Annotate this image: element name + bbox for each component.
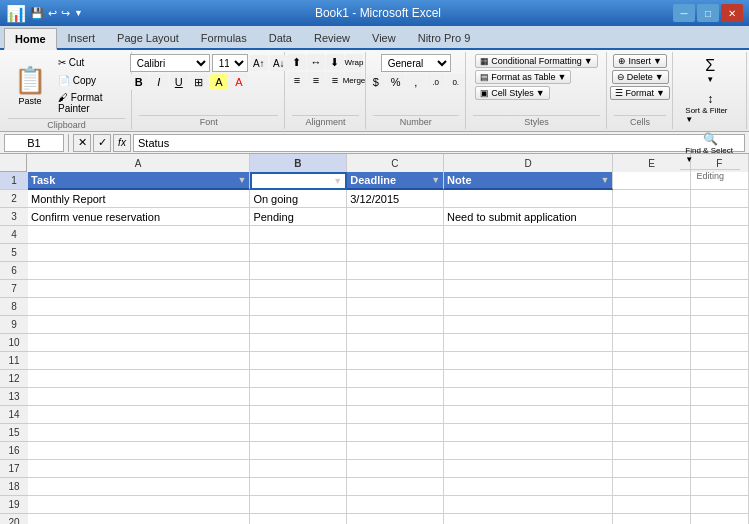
list-item[interactable]: [691, 352, 749, 370]
decrease-decimal-button[interactable]: 0.: [447, 74, 465, 90]
list-item[interactable]: [347, 460, 444, 478]
list-item[interactable]: [444, 262, 613, 280]
list-item[interactable]: [250, 316, 347, 334]
align-center-button[interactable]: ≡: [307, 72, 325, 88]
delete-cells-button[interactable]: ⊖ Delete ▼: [612, 70, 669, 84]
align-bottom-button[interactable]: ⬇: [326, 54, 344, 70]
list-item[interactable]: [28, 460, 250, 478]
list-item[interactable]: 3/12/2015: [347, 190, 444, 208]
col-header-C[interactable]: C: [347, 154, 444, 172]
align-middle-button[interactable]: ↔: [307, 54, 325, 70]
list-item[interactable]: Status▼: [250, 172, 347, 190]
list-item[interactable]: [691, 388, 749, 406]
list-item[interactable]: [613, 442, 691, 460]
row-number[interactable]: 17: [0, 460, 28, 478]
autosum-button[interactable]: Σ ▼: [692, 54, 728, 87]
list-item[interactable]: [613, 514, 691, 524]
list-item[interactable]: [250, 406, 347, 424]
align-top-button[interactable]: ⬆: [288, 54, 306, 70]
list-item[interactable]: [613, 262, 691, 280]
list-item[interactable]: [691, 262, 749, 280]
tab-home[interactable]: Home: [4, 28, 57, 50]
list-item[interactable]: [28, 226, 250, 244]
list-item[interactable]: [691, 514, 749, 524]
row-number[interactable]: 5: [0, 244, 28, 262]
list-item[interactable]: [444, 316, 613, 334]
cell-styles-button[interactable]: ▣ Cell Styles ▼: [475, 86, 549, 100]
list-item[interactable]: [691, 406, 749, 424]
list-item[interactable]: [347, 514, 444, 524]
list-item[interactable]: [444, 478, 613, 496]
list-item[interactable]: [347, 370, 444, 388]
list-item[interactable]: [444, 460, 613, 478]
italic-button[interactable]: I: [150, 74, 168, 90]
font-size-select[interactable]: 11: [212, 54, 248, 72]
row-number[interactable]: 3: [0, 208, 28, 226]
dropdown-arrow-icon[interactable]: ▼: [431, 175, 440, 185]
cancel-formula-button[interactable]: ✕: [73, 134, 91, 152]
font-color-button[interactable]: A: [230, 74, 248, 90]
list-item[interactable]: [28, 478, 250, 496]
row-number[interactable]: 15: [0, 424, 28, 442]
list-item[interactable]: [444, 388, 613, 406]
list-item[interactable]: [347, 442, 444, 460]
paste-button[interactable]: 📋 Paste: [8, 61, 52, 110]
dropdown-arrow-icon[interactable]: ▼: [237, 175, 246, 185]
col-header-D[interactable]: D: [444, 154, 614, 172]
row-number[interactable]: 13: [0, 388, 28, 406]
list-item[interactable]: [347, 298, 444, 316]
align-left-button[interactable]: ≡: [288, 72, 306, 88]
list-item[interactable]: [250, 442, 347, 460]
increase-font-icon[interactable]: A↑: [250, 55, 268, 71]
list-item[interactable]: [613, 226, 691, 244]
row-number[interactable]: 10: [0, 334, 28, 352]
list-item[interactable]: [444, 190, 613, 208]
list-item[interactable]: [691, 208, 749, 226]
list-item[interactable]: [691, 496, 749, 514]
row-number[interactable]: 7: [0, 280, 28, 298]
list-item[interactable]: [28, 424, 250, 442]
list-item[interactable]: [28, 244, 250, 262]
list-item[interactable]: [613, 388, 691, 406]
list-item[interactable]: [250, 370, 347, 388]
list-item[interactable]: [250, 514, 347, 524]
list-item[interactable]: [347, 262, 444, 280]
list-item[interactable]: [347, 316, 444, 334]
list-item[interactable]: [250, 388, 347, 406]
list-item[interactable]: [250, 352, 347, 370]
tab-data[interactable]: Data: [258, 26, 303, 48]
tab-formulas[interactable]: Formulas: [190, 26, 258, 48]
row-number[interactable]: 20: [0, 514, 28, 524]
row-number[interactable]: 2: [0, 190, 28, 208]
decrease-font-icon[interactable]: A↓: [270, 55, 288, 71]
list-item[interactable]: [444, 406, 613, 424]
list-item[interactable]: [28, 316, 250, 334]
list-item[interactable]: [444, 226, 613, 244]
formula-input[interactable]: Status: [133, 134, 745, 152]
list-item[interactable]: [691, 190, 749, 208]
list-item[interactable]: [28, 406, 250, 424]
font-name-select[interactable]: Calibri: [130, 54, 210, 72]
list-item[interactable]: [28, 370, 250, 388]
list-item[interactable]: Monthly Report: [28, 190, 250, 208]
list-item[interactable]: [347, 478, 444, 496]
list-item[interactable]: [347, 244, 444, 262]
list-item[interactable]: [347, 280, 444, 298]
list-item[interactable]: [444, 442, 613, 460]
list-item[interactable]: [691, 478, 749, 496]
list-item[interactable]: [250, 226, 347, 244]
col-header-E[interactable]: E: [613, 154, 691, 172]
percent-button[interactable]: %: [387, 74, 405, 90]
format-as-table-button[interactable]: ▤ Format as Table ▼: [475, 70, 571, 84]
list-item[interactable]: [444, 370, 613, 388]
list-item[interactable]: [691, 370, 749, 388]
list-item[interactable]: [444, 352, 613, 370]
list-item[interactable]: [250, 298, 347, 316]
number-format-select[interactable]: General: [381, 54, 451, 72]
list-item[interactable]: [691, 334, 749, 352]
list-item[interactable]: [613, 172, 691, 190]
list-item[interactable]: [444, 280, 613, 298]
list-item[interactable]: [28, 352, 250, 370]
copy-button[interactable]: 📄 Copy: [54, 72, 125, 88]
list-item[interactable]: [444, 298, 613, 316]
